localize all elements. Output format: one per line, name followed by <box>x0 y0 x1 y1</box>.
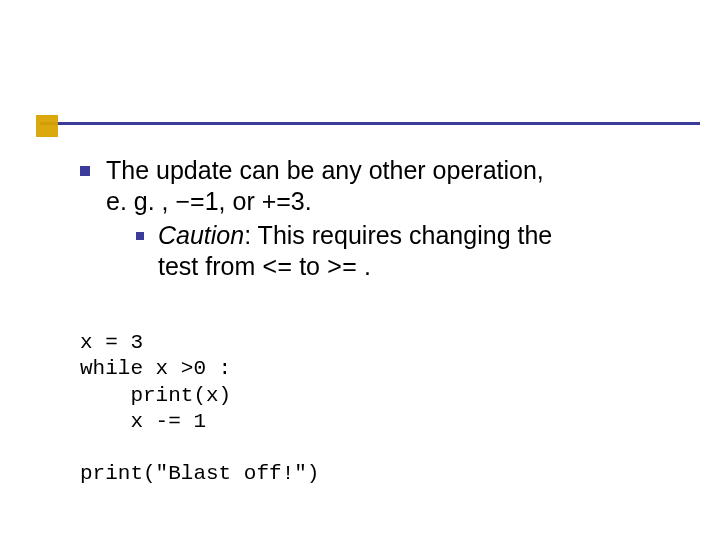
caution-word: Caution <box>158 221 244 249</box>
bullet-text: The update can be any other operation, e… <box>106 155 544 218</box>
header-divider <box>40 122 700 125</box>
bullet-line2: e. g. , −=1, or +=3. <box>106 187 312 215</box>
sub-bullet-text: Caution: This requires changing the test… <box>158 220 552 285</box>
op-le: <= <box>262 254 292 283</box>
content-area: The update can be any other operation, e… <box>80 155 670 284</box>
code-line: x -= 1 <box>80 410 206 433</box>
code-line: print("Blast off!") <box>80 462 319 485</box>
code-line: print(x) <box>80 384 231 407</box>
sub-line2-prefix: test from <box>158 252 262 280</box>
code-block: x = 3 while x >0 : print(x) x -= 1 print… <box>80 330 319 488</box>
slide: The update can be any other operation, e… <box>0 0 720 540</box>
code-line: while x >0 : <box>80 357 231 380</box>
code-line: x = 3 <box>80 331 143 354</box>
square-bullet-icon <box>80 166 90 176</box>
bullet-line1: The update can be any other operation, <box>106 156 544 184</box>
bullet-level2: Caution: This requires changing the test… <box>136 220 670 285</box>
bullet-level1: The update can be any other operation, e… <box>80 155 670 218</box>
header-accent-square <box>36 115 58 137</box>
sub-line2-suffix: . <box>357 252 371 280</box>
square-bullet-icon <box>136 232 144 240</box>
sub-line2-mid: to <box>292 252 327 280</box>
op-ge: >= <box>327 254 357 283</box>
sub-after-caution: : This requires changing the <box>244 221 552 249</box>
